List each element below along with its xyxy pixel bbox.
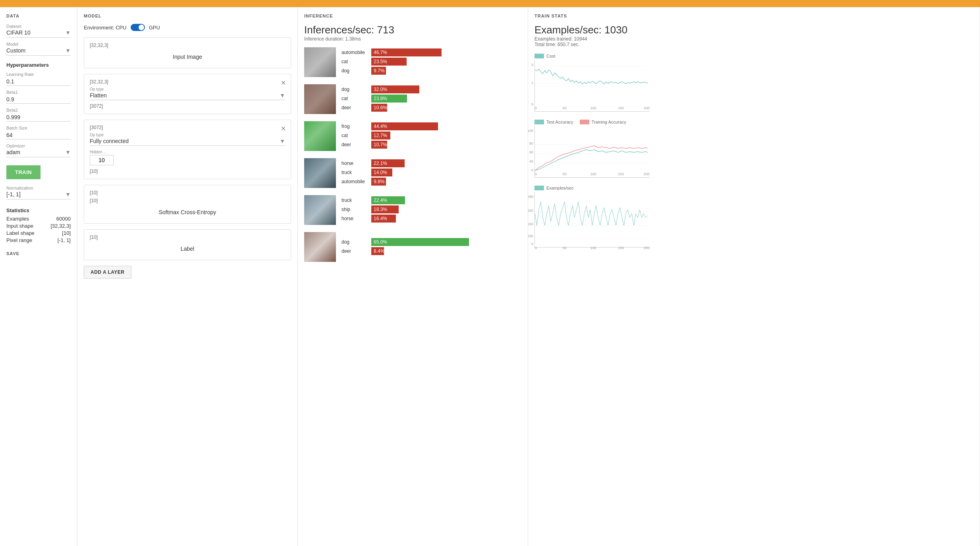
examples-legend: Examples/sec xyxy=(534,186,973,190)
inference-panel-title: INFERENCE xyxy=(304,14,521,18)
train-acc-legend-label: Training Accuracy xyxy=(592,120,626,124)
batch-size-input[interactable] xyxy=(6,131,71,139)
layer-fc-op-value: Fully connected xyxy=(90,138,129,144)
svg-text:40: 40 xyxy=(529,159,533,163)
stat-examples: Examples 60000 xyxy=(6,216,71,222)
beta2-label: Beta2 xyxy=(6,108,71,112)
environment-row: Environment: CPU GPU xyxy=(84,24,291,31)
layer-fc-hidden-label: Hidden ... xyxy=(90,150,285,154)
layer-input: [32,32,3] Input Image xyxy=(84,37,291,68)
svg-text:200: 200 xyxy=(644,246,650,250)
lr-label: Learning Rate xyxy=(6,72,71,77)
save-label[interactable]: SAVE xyxy=(6,251,71,256)
layer-flatten: [32,32,3] ✕ Op type Flatten ▼ [3072] xyxy=(84,74,291,114)
dataset-label: Dataset xyxy=(6,24,71,29)
layer-flatten-dims-top: [32,32,3] xyxy=(90,79,285,85)
inference-per-sec: Inferences/sec: 713 xyxy=(304,24,521,36)
svg-text:0: 0 xyxy=(531,168,533,172)
svg-text:1000: 1000 xyxy=(528,222,533,226)
svg-text:100: 100 xyxy=(528,129,533,133)
normalization-value: [-1, 1] xyxy=(6,191,21,197)
layer-fc: [3072] ✕ Op type Fully connected ▼ Hidde… xyxy=(84,120,291,179)
model-select[interactable]: Custom ▼ xyxy=(6,47,71,56)
bar-row: automobile 9.8% xyxy=(341,178,521,186)
test-acc-legend-label: Test Accuracy xyxy=(546,120,573,124)
bar-row: cat 23.5% xyxy=(341,58,521,66)
layer-flatten-op-select[interactable]: Flatten ▼ xyxy=(90,92,285,100)
train-panel: TRAIN STATS Examples/sec: 1030 Examples … xyxy=(528,7,980,546)
examples-chart-section: Examples/sec 2000 1500 1000 500 0 0 50 1… xyxy=(534,186,973,248)
layer-fc-op-select[interactable]: Fully connected ▼ xyxy=(90,138,285,146)
bar-row: dog 65.0% xyxy=(341,238,521,246)
inference-image-2 xyxy=(304,84,336,114)
train-button[interactable]: TRAIN xyxy=(6,165,41,179)
svg-text:0: 0 xyxy=(531,102,533,106)
svg-text:1500: 1500 xyxy=(528,209,533,213)
accuracy-legend: Test Accuracy Training Accuracy xyxy=(534,120,973,124)
dataset-select[interactable]: CIFAR 10 ▼ xyxy=(6,29,71,38)
inference-panel: INFERENCE Inferences/sec: 713 Inference … xyxy=(298,7,528,546)
bar-row: frog 44.4% xyxy=(341,122,521,130)
dataset-value: CIFAR 10 xyxy=(6,29,31,36)
svg-text:0: 0 xyxy=(535,172,537,176)
normalization-arrow-icon: ▼ xyxy=(65,191,71,197)
layer-flatten-op-label: Op type xyxy=(90,87,285,91)
layer-softmax-title: Softmax Cross-Entropy xyxy=(90,206,285,219)
bar-row: dog 32.0% xyxy=(341,85,521,93)
svg-text:100: 100 xyxy=(590,246,596,250)
beta1-label: Beta1 xyxy=(6,90,71,95)
svg-text:200: 200 xyxy=(644,106,650,110)
accuracy-chart-section: Test Accuracy Training Accuracy 100 80 6… xyxy=(534,120,973,178)
add-layer-button[interactable]: ADD A LAYER xyxy=(84,266,131,279)
svg-text:0: 0 xyxy=(531,242,533,246)
inference-item-6: dog 65.0% deer 8.4% xyxy=(304,232,521,262)
optimizer-arrow-icon: ▼ xyxy=(65,149,71,155)
layer-flatten-op-value: Flatten xyxy=(90,92,107,99)
normalization-select[interactable]: [-1, 1] ▼ xyxy=(6,191,71,199)
beta1-input[interactable] xyxy=(6,95,71,104)
bar-row: cat 23.8% xyxy=(341,95,521,103)
cost-legend-box xyxy=(534,54,544,58)
svg-text:80: 80 xyxy=(529,141,533,145)
svg-text:0: 0 xyxy=(535,246,537,250)
svg-text:50: 50 xyxy=(563,172,567,176)
stat-input-shape: Input shape [32,32,3] xyxy=(6,223,71,229)
examples-legend-box xyxy=(534,186,544,190)
model-panel: MODEL Environment: CPU GPU [32,32,3] Inp… xyxy=(77,7,298,546)
svg-text:100: 100 xyxy=(590,106,596,110)
svg-text:200: 200 xyxy=(644,172,650,176)
layer-flatten-dims-bottom: [3072] xyxy=(90,103,285,109)
inference-image-1 xyxy=(304,47,336,77)
inference-item-2: dog 32.0% cat 23.8% deer 10.6% xyxy=(304,84,521,114)
bar-row: ship 18.3% xyxy=(341,205,521,213)
svg-text:3: 3 xyxy=(531,63,533,67)
inference-duration: Inference duration: 1.38ms xyxy=(304,36,521,42)
svg-text:1: 1 xyxy=(531,81,533,85)
beta2-input[interactable] xyxy=(6,113,71,122)
inference-image-3 xyxy=(304,121,336,151)
bar-row: deer 10.7% xyxy=(341,141,521,149)
inference-stats: Inferences/sec: 713 Inference duration: … xyxy=(304,24,521,42)
layer-fc-hidden-input[interactable] xyxy=(90,155,114,165)
layer-label-dims: [10] xyxy=(90,234,285,240)
inference-image-6 xyxy=(304,232,336,262)
env-cpu-label: Environment: CPU xyxy=(84,25,127,31)
layer-fc-op-label: Op type xyxy=(90,133,285,137)
bar-row: automobile 46.7% xyxy=(341,48,521,56)
stat-pixel-range: Pixel range [-1, 1] xyxy=(6,237,71,243)
optimizer-select[interactable]: adam ▼ xyxy=(6,149,71,157)
bar-row: deer 10.6% xyxy=(341,104,521,112)
lr-input[interactable] xyxy=(6,77,71,86)
layer-softmax: [10] [10] Softmax Cross-Entropy xyxy=(84,185,291,224)
cpu-gpu-toggle[interactable] xyxy=(131,24,145,31)
layer-label-title: Label xyxy=(90,242,285,255)
normalization-label: Normalization xyxy=(6,186,71,190)
statistics-section: Statistics Examples 60000 Input shape [3… xyxy=(6,207,71,243)
inference-bars-2: dog 32.0% cat 23.8% deer 10.6% xyxy=(341,85,521,113)
model-arrow-icon: ▼ xyxy=(65,47,71,54)
layer-fc-close-icon[interactable]: ✕ xyxy=(281,125,286,132)
data-panel: DATA Dataset CIFAR 10 ▼ Model Custom ▼ H… xyxy=(0,7,77,546)
layer-flatten-close-icon[interactable]: ✕ xyxy=(281,79,286,87)
bar-row: truck 14.0% xyxy=(341,168,521,176)
batch-size-label: Batch Size xyxy=(6,126,71,130)
